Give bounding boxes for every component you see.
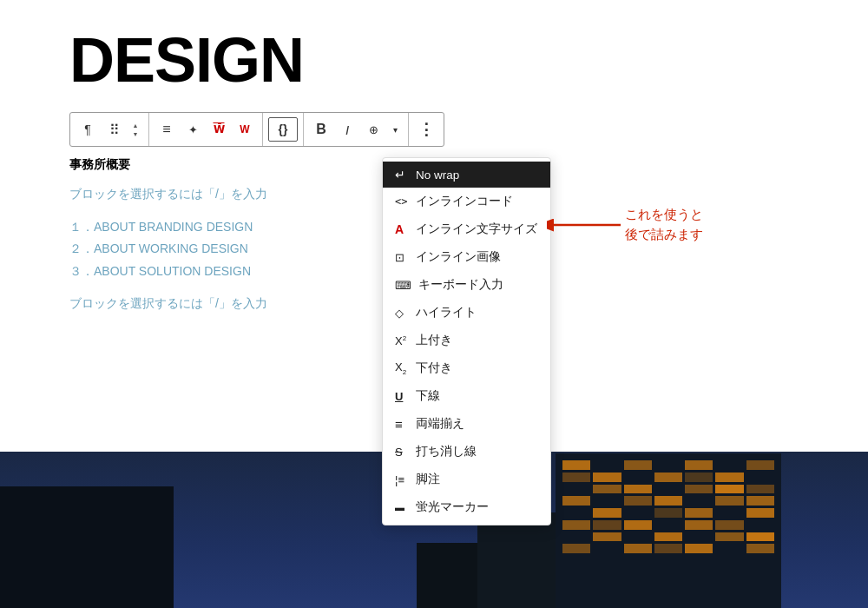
win <box>715 485 743 494</box>
win <box>624 473 652 482</box>
footnote-icon: ¦≡ <box>395 473 409 486</box>
bldg-side <box>477 512 556 608</box>
win <box>593 520 621 530</box>
win <box>624 508 652 518</box>
toolbar-group-alignment: ≡ ✦ W̄ W <box>149 113 263 146</box>
italic-button[interactable]: I <box>335 117 359 142</box>
brackets-button[interactable]: {} <box>268 117 298 142</box>
chevron-down-icon <box>133 129 139 138</box>
win <box>654 460 682 470</box>
text-transform1-button[interactable]: W̄ <box>207 117 231 142</box>
toolbar: ¶ ⠿ ≡ ✦ W̄ W {} B I ⊕ <box>69 112 444 147</box>
win <box>715 520 743 530</box>
dropdown-item-marker[interactable]: ▬ 蛍光マーカー <box>383 493 550 521</box>
win <box>562 532 590 542</box>
dropdown-item-inline-image[interactable]: ⊡ インライン画像 <box>383 243 550 271</box>
highlight-icon: ◇ <box>395 307 409 320</box>
dropdown-item-inline-font-size[interactable]: A インライン文字サイズ <box>383 215 550 243</box>
win <box>562 485 590 494</box>
win <box>715 460 743 470</box>
annotation-line2: 後で詰みます <box>625 225 703 245</box>
win <box>685 460 713 470</box>
win <box>562 508 590 518</box>
toolbar-group-paragraph: ¶ ⠿ <box>70 113 149 146</box>
win <box>654 473 682 482</box>
dropdown-item-highlight[interactable]: ◇ ハイライト <box>383 299 550 327</box>
win <box>746 473 774 482</box>
text-transform2-button[interactable]: W <box>233 117 257 142</box>
strikethrough-label: 打ち消し線 <box>416 444 477 459</box>
dropdown-item-strikethrough[interactable]: S 打ち消し線 <box>383 438 550 466</box>
win <box>593 508 621 518</box>
dropdown-arrow-button[interactable]: ▾ <box>387 117 403 142</box>
arrow-icon <box>547 208 625 242</box>
win <box>746 544 774 553</box>
win <box>715 544 743 553</box>
dropdown-item-subscript[interactable]: X2 下付き <box>383 354 550 382</box>
dropdown-item-inline-code[interactable]: <> インラインコード <box>383 188 550 215</box>
win <box>624 544 652 553</box>
win <box>685 520 713 530</box>
link-button[interactable]: ⊕ <box>361 117 385 142</box>
win <box>685 485 713 494</box>
win <box>654 485 682 494</box>
superscript-icon: X2 <box>395 334 409 347</box>
drag-button[interactable]: ⠿ <box>102 117 126 142</box>
win <box>654 520 682 530</box>
win <box>562 520 590 530</box>
win <box>593 485 621 494</box>
title-area: DESIGN <box>0 0 868 112</box>
justify-icon: ≡ <box>395 417 409 432</box>
bldg-main-right <box>556 453 781 608</box>
subscript-icon: X2 <box>395 360 409 376</box>
win <box>593 496 621 506</box>
win <box>685 532 713 542</box>
dropdown-item-superscript[interactable]: X2 上付き <box>383 327 550 354</box>
win <box>593 532 621 542</box>
justify-label: 両端揃え <box>416 416 464 432</box>
page-wrapper: DESIGN ¶ ⠿ ≡ ✦ W̄ W {} <box>0 0 868 608</box>
win <box>624 532 652 542</box>
win <box>654 508 682 518</box>
win <box>746 520 774 530</box>
bldg-far-left <box>0 486 174 608</box>
pilcrow-button[interactable]: ¶ <box>76 117 100 142</box>
win <box>685 544 713 553</box>
bldg-far <box>417 543 477 608</box>
windows-grid <box>556 453 781 608</box>
win <box>715 496 743 506</box>
win <box>562 496 590 506</box>
transform-button[interactable]: ✦ <box>181 117 205 142</box>
dropdown-item-justify[interactable]: ≡ 両端揃え <box>383 410 550 438</box>
win <box>593 473 621 482</box>
annotation-text: これを使うと 後で詰みます <box>625 205 703 244</box>
win <box>562 544 590 553</box>
win <box>562 460 590 470</box>
no-wrap-icon: ↵ <box>395 168 409 182</box>
bold-button[interactable]: B <box>309 117 333 142</box>
arrows-button[interactable] <box>128 117 143 142</box>
marker-label: 蛍光マーカー <box>416 499 489 515</box>
toolbar-wrapper: ¶ ⠿ ≡ ✦ W̄ W {} B I ⊕ <box>0 112 868 147</box>
win <box>624 460 652 470</box>
align-left-button[interactable]: ≡ <box>155 117 179 142</box>
win <box>593 460 621 470</box>
win <box>562 473 590 482</box>
toolbar-group-formatting: B I ⊕ ▾ <box>304 113 409 146</box>
superscript-label: 上付き <box>416 333 452 348</box>
win <box>654 544 682 553</box>
marker-icon: ▬ <box>395 502 409 512</box>
dropdown-item-underline[interactable]: U 下線 <box>383 382 550 410</box>
win <box>715 473 743 482</box>
keyboard-icon: ⌨ <box>395 279 411 292</box>
more-options-button[interactable]: ⋮ <box>414 117 438 142</box>
toolbar-group-more: ⋮ <box>409 113 444 146</box>
dropdown-item-no-wrap[interactable]: ↵ No wrap <box>383 162 550 188</box>
dropdown-item-keyboard[interactable]: ⌨ キーボード入力 <box>383 271 550 299</box>
win <box>624 496 652 506</box>
win <box>654 532 682 542</box>
dropdown-item-footnote[interactable]: ¦≡ 脚注 <box>383 466 550 493</box>
chevron-up-icon <box>133 121 139 129</box>
annotation-line1: これを使うと <box>625 205 703 225</box>
win <box>746 508 774 518</box>
